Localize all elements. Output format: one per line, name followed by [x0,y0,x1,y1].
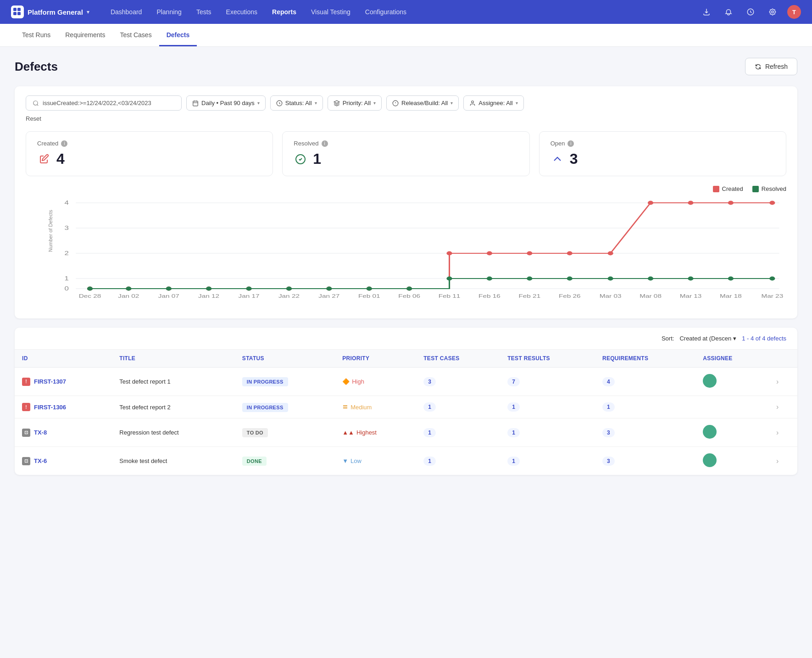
cell-id[interactable]: ⊡ TX-6 [15,447,112,475]
reset-link[interactable]: Reset [26,115,786,122]
priority-icon [334,100,340,106]
release-filter-dropdown[interactable]: Release/Build: All ▾ [386,95,459,111]
subnav-test-runs[interactable]: Test Runs [15,25,58,46]
chart-panel: Created Resolved Number of Defects [26,185,786,300]
svg-text:Mar 23: Mar 23 [761,293,783,299]
svg-text:Feb 01: Feb 01 [358,293,380,299]
defect-id-text[interactable]: TX-8 [34,429,47,436]
refresh-button[interactable]: Refresh [745,58,797,75]
subnav-requirements[interactable]: Requirements [58,25,112,46]
svg-rect-1 [17,8,21,11]
cell-testresults: 7 [500,368,595,396]
svg-text:Feb 06: Feb 06 [398,293,420,299]
nav-planning[interactable]: Planning [150,6,188,18]
resolved-info-icon[interactable]: i [322,140,328,147]
svg-text:Jan 12: Jan 12 [198,293,219,299]
created-info-icon[interactable]: i [61,140,67,147]
stat-open: Open i 3 [539,131,786,176]
search-bar[interactable]: issueCreated:>=12/24/2022,<03/24/2023 [26,95,182,111]
cell-arrow[interactable]: › [769,368,797,396]
sort-dropdown[interactable]: Created at (Descen ▾ [679,335,736,342]
brand[interactable]: Platform General ▾ [11,6,89,18]
row-arrow-icon[interactable]: › [776,378,779,385]
brand-icon [11,6,24,18]
defect-icon: ! [22,378,30,386]
settings-icon[interactable] [765,5,780,19]
assignee-filter-dropdown[interactable]: Assignee: All ▾ [463,95,523,111]
bell-icon[interactable] [721,5,736,19]
svg-text:2: 2 [65,251,69,257]
nav-reports[interactable]: Reports [266,6,303,18]
subnav-defects[interactable]: Defects [159,25,197,46]
download-icon[interactable] [699,5,714,19]
nav-tests[interactable]: Tests [190,6,218,18]
row-arrow-icon[interactable]: › [776,457,779,465]
col-priority: Priority [335,350,416,368]
status-badge: DONE [242,457,267,466]
legend-created-label: Created [722,185,743,192]
nav-dashboard[interactable]: Dashboard [104,6,149,18]
top-nav: Platform General ▾ Dashboard Planning Te… [0,0,812,24]
svg-text:Mar 08: Mar 08 [640,293,662,299]
svg-point-59 [87,287,93,291]
stat-created-value: 4 [56,151,65,167]
status-filter-label: Status: All [285,100,312,106]
nav-right: T [699,5,801,19]
table-header: ID Title Status Priority Test Cases Test… [15,350,797,368]
svg-rect-5 [193,101,198,106]
table-row[interactable]: ! FIRST-1306 Test defect report 2 IN PRO… [15,396,797,418]
cell-testresults: 1 [500,447,595,475]
search-value: issueCreated:>=12/24/2022,<03/24/2023 [43,100,151,106]
stat-resolved-label: Resolved [294,140,318,147]
table-header-row: Sort: Created at (Descen ▾ 1 - 4 of 4 de… [15,328,797,350]
svg-point-11 [472,100,474,103]
user-avatar[interactable]: T [787,5,801,19]
table-row[interactable]: ! FIRST-1307 Test defect report 1 IN PRO… [15,368,797,396]
priority-icon: ▼ [342,457,348,464]
svg-point-70 [527,277,532,281]
row-arrow-icon[interactable]: › [776,429,779,436]
status-filter-dropdown[interactable]: Status: All ▾ [270,95,323,111]
nav-executions[interactable]: Executions [220,6,264,18]
priority-text: Medium [350,404,372,411]
testcases-count: 1 [423,457,436,466]
defect-id-text[interactable]: TX-6 [34,457,47,464]
requirements-count: 1 [602,402,615,412]
defects-table: ID Title Status Priority Test Cases Test… [15,350,797,475]
cell-arrow[interactable]: › [769,396,797,418]
date-filter-dropdown[interactable]: Daily • Past 90 days ▾ [186,95,266,111]
svg-text:Feb 26: Feb 26 [559,293,581,299]
row-arrow-icon[interactable]: › [776,403,779,411]
cell-status: IN PROGRESS [235,368,335,396]
cell-arrow[interactable]: › [769,418,797,447]
nav-configurations[interactable]: Configurations [359,6,413,18]
priority-text: Highest [356,429,377,436]
table-row[interactable]: ⊡ TX-8 Regression test defect TO DO ▲▲ H… [15,418,797,447]
calendar-icon [192,100,199,106]
nav-visual-testing[interactable]: Visual Testing [305,6,357,18]
svg-point-57 [728,201,734,205]
col-assignee: Assignee [695,350,769,368]
history-icon[interactable] [743,5,758,19]
cell-testresults: 1 [500,418,595,447]
cell-title: Smoke test defect [112,447,234,475]
defect-id-text[interactable]: FIRST-1306 [34,404,66,411]
open-info-icon[interactable]: i [567,140,574,147]
svg-point-72 [608,277,613,281]
defect-id-text[interactable]: FIRST-1307 [34,378,66,385]
stat-created: Created i 4 [26,131,273,176]
cell-title: Regression test defect [112,418,234,447]
svg-text:Feb 21: Feb 21 [518,293,540,299]
cell-id[interactable]: ! FIRST-1307 [15,368,112,396]
cell-arrow[interactable]: › [769,447,797,475]
cell-id[interactable]: ⊡ TX-8 [15,418,112,447]
col-requirements: Requirements [595,350,695,368]
assignee-avatar [703,453,717,467]
svg-text:Mar 13: Mar 13 [680,293,702,299]
testcases-count: 1 [423,428,436,437]
subnav-test-cases[interactable]: Test Cases [112,25,159,46]
count-label: 1 - 4 of 4 defects [742,335,786,342]
priority-filter-dropdown[interactable]: Priority: All ▾ [328,95,382,111]
cell-id[interactable]: ! FIRST-1306 [15,396,112,418]
table-row[interactable]: ⊡ TX-6 Smoke test defect DONE ▼ Low 1 1 … [15,447,797,475]
